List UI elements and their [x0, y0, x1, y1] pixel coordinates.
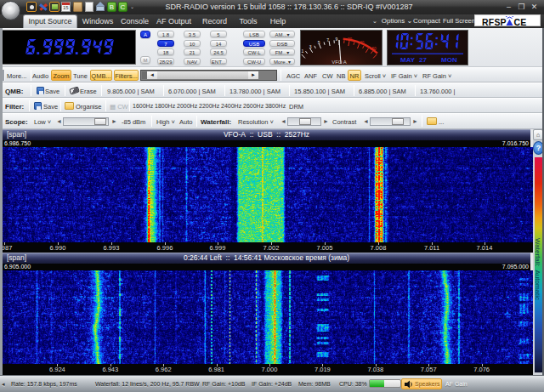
svg-text:VFO A: VFO A: [332, 60, 347, 65]
svg-text:MON: MON: [441, 56, 457, 64]
svg-text:27: 27: [419, 56, 427, 64]
svg-text:7: 7: [326, 37, 329, 43]
svg-text:+40: +40: [358, 41, 365, 45]
svg-text:+60: +60: [370, 47, 377, 51]
svg-text:5: 5: [318, 40, 320, 45]
svg-text:+20: +20: [345, 37, 352, 42]
svg-text:RFSP: RFSP: [482, 17, 507, 27]
svg-text:MAY: MAY: [400, 56, 416, 64]
svg-text:3: 3: [309, 44, 312, 49]
svg-text:CE: CE: [514, 17, 527, 27]
svg-text:1: 1: [302, 48, 304, 54]
svg-text:9: 9: [336, 37, 338, 42]
